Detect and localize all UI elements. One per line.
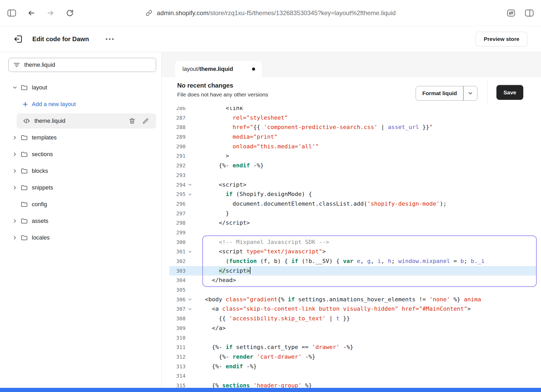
code-text: {%- endif -%} — [198, 161, 264, 170]
add-new-layout-button[interactable]: Add a new layout — [0, 96, 161, 113]
fold-chevron-icon[interactable] — [186, 189, 198, 199]
code-line[interactable]: 306 <body class="gradient{% if settings.… — [162, 295, 541, 304]
folder-name: snippets — [32, 184, 53, 191]
code-line[interactable]: 292 {%- endif -%} — [162, 161, 541, 170]
chevron-right-icon[interactable] — [12, 168, 20, 174]
code-text: {%- render 'cart-drawer' -%} — [198, 352, 315, 362]
code-line[interactable]: 312 {%- render 'cart-drawer' -%} — [162, 352, 541, 362]
exit-icon[interactable] — [14, 34, 23, 44]
sidebar-item-templates[interactable]: templates — [0, 129, 161, 146]
sidebar-item-theme-liquid[interactable]: theme.liquid — [17, 113, 156, 128]
file-search[interactable] — [8, 58, 156, 72]
folder-icon — [20, 217, 32, 225]
code-line[interactable]: 300 <!-- Mixpanel Javascript SDK --> — [162, 237, 541, 247]
folder-name: sections — [32, 151, 53, 158]
code-line[interactable]: 301 <script type="text/javascript"> — [162, 247, 541, 256]
code-text: <script> — [198, 180, 246, 190]
sidebar-item-layout[interactable]: layout — [0, 79, 161, 96]
chevron-right-icon[interactable] — [12, 185, 20, 191]
code-line[interactable]: 291 > — [162, 151, 541, 161]
code-line[interactable]: 293 — [162, 170, 541, 180]
save-button[interactable]: Save — [496, 85, 523, 100]
link-icon[interactable] — [145, 9, 153, 17]
code-line[interactable]: 294 <script> — [162, 180, 541, 190]
browser-settings-icon[interactable] — [507, 9, 515, 17]
fold-chevron-icon[interactable] — [186, 180, 198, 190]
forward-icon[interactable] — [46, 9, 55, 17]
code-line[interactable]: 302 (function (f, b) { if (!b.__SV) { va… — [162, 256, 541, 266]
code-line[interactable]: 311 {%- if settings.cart_type == 'drawer… — [162, 342, 541, 352]
line-number: 287 — [162, 113, 186, 123]
fold-chevron-icon[interactable] — [186, 304, 198, 314]
code-line[interactable]: 289 media="print" — [162, 132, 541, 142]
code-line[interactable]: 310 — [162, 333, 541, 343]
code-line[interactable]: 295 if (Shopify.designMode) { — [162, 189, 541, 199]
chevron-right-icon[interactable] — [12, 218, 20, 224]
sidebar-item-assets[interactable]: assets — [0, 213, 161, 229]
edit-file-icon[interactable] — [142, 117, 149, 125]
tab-theme-liquid[interactable]: layout/theme.liquid — [175, 61, 262, 77]
code-line[interactable]: 287 rel="stylesheet" — [162, 113, 541, 123]
line-number: 304 — [162, 275, 186, 285]
browser-chrome: admin.shopify.com/store/rzq1xu-f5/themes… — [0, 0, 541, 26]
fold-chevron-icon[interactable] — [186, 247, 198, 256]
code-line[interactable]: 307 <a class="skip-to-content-link butto… — [162, 304, 541, 314]
fold-gutter — [186, 381, 198, 388]
file-search-input[interactable] — [24, 62, 151, 68]
code-line[interactable]: 286 <link — [162, 107, 541, 113]
format-liquid-button[interactable]: Format liquid — [416, 86, 477, 101]
code-line[interactable]: 308 {{ 'accessibility.skip_to_text' | t … — [162, 314, 541, 323]
sidebar-item-config[interactable]: config — [0, 196, 161, 213]
fold-gutter — [186, 256, 198, 266]
fold-chevron-icon[interactable] — [186, 295, 198, 304]
folder-name: locales — [32, 234, 50, 241]
sidebar-toggle-icon[interactable] — [7, 9, 16, 17]
code-line[interactable]: 315 {% sections 'header-group' %} — [162, 381, 541, 388]
fold-gutter — [186, 266, 198, 276]
code-line[interactable]: 303 </script> — [162, 266, 541, 276]
folder-name: assets — [32, 218, 48, 224]
reload-icon[interactable] — [66, 9, 74, 17]
folder-name: layout — [32, 84, 47, 91]
sidebar-item-snippets[interactable]: snippets — [0, 179, 161, 196]
fold-gutter — [186, 285, 198, 295]
fold-gutter — [186, 199, 198, 209]
chevron-right-icon[interactable] — [12, 151, 20, 157]
code-line[interactable]: 304 </head> — [162, 275, 541, 285]
add-layout-label: Add a new layout — [32, 101, 76, 108]
code-line[interactable]: 288 href="{{ 'component-predictive-searc… — [162, 123, 541, 132]
fold-gutter — [186, 371, 198, 381]
editor-main: layout/theme.liquid No recent changes Fi… — [162, 52, 541, 388]
chevron-down-icon[interactable] — [464, 90, 477, 96]
line-number: 293 — [162, 170, 186, 180]
line-number: 303 — [162, 266, 186, 276]
code-text: {%- endif -%} — [198, 362, 257, 371]
code-line[interactable]: 299 — [162, 228, 541, 237]
code-line[interactable]: 305 — [162, 285, 541, 295]
code-line[interactable]: 314 — [162, 371, 541, 381]
delete-file-icon[interactable] — [128, 117, 136, 125]
code-line[interactable]: 296 document.documentElement.classList.a… — [162, 199, 541, 209]
code-editor[interactable]: 286 <link287 rel="stylesheet"288 href="{… — [162, 107, 541, 388]
code-line[interactable]: 298 </script> — [162, 218, 541, 228]
folder-icon — [20, 167, 32, 175]
code-line[interactable]: 297 } — [162, 209, 541, 218]
folder-icon — [20, 234, 32, 242]
code-line[interactable]: 309 </a> — [162, 323, 541, 333]
preview-store-button[interactable]: Preview store — [476, 32, 527, 46]
sidebar-item-locales[interactable]: locales — [0, 229, 161, 246]
chevron-right-icon[interactable] — [12, 235, 20, 241]
more-menu-icon[interactable] — [105, 38, 114, 40]
chevron-right-icon[interactable] — [12, 135, 20, 140]
sidebar-item-blocks[interactable]: blocks — [0, 163, 161, 179]
split-view-icon[interactable] — [525, 9, 534, 17]
code-line[interactable]: 313 {%- endif -%} — [162, 362, 541, 371]
line-number: 289 — [162, 132, 186, 142]
line-number: 294 — [162, 180, 186, 190]
tab-path-prefix: layout/ — [182, 66, 199, 72]
address-bar[interactable]: admin.shopify.com/store/rzq1xu-f5/themes… — [145, 9, 396, 17]
sidebar-item-sections[interactable]: sections — [0, 146, 161, 163]
code-line[interactable]: 290 onload="this.media='all'" — [162, 142, 541, 151]
back-icon[interactable] — [27, 9, 35, 17]
chevron-down-icon[interactable] — [12, 85, 20, 90]
